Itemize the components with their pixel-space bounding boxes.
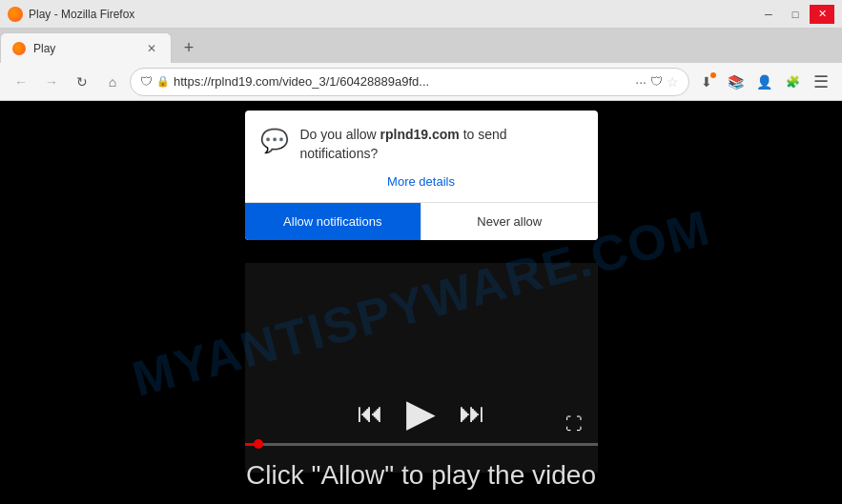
allow-notifications-button[interactable]: Allow notifications [245,203,421,240]
minimize-button[interactable]: ─ [756,5,781,24]
fullscreen-button[interactable]: ⛶ [565,414,583,434]
notification-question-text: Do you allow rplnd19.com to send notific… [300,126,583,163]
notification-bell-icon: 💬 [260,128,289,154]
notification-popup: 💬 Do you allow rplnd19.com to send notif… [245,111,598,240]
tab-close-button[interactable]: ✕ [144,41,159,56]
title-bar-controls: ─ □ ✕ [756,5,834,24]
page-content: MYANTISPYWARE.COM 💬 Do you allow rplnd19… [0,101,842,504]
url-text: https://rplnd19.com/video_3/1/60428889a9… [174,74,631,89]
video-player: ⏮ ▶ ⏭ ⛶ [245,263,598,473]
never-allow-button[interactable]: Never allow [421,203,598,240]
back-button[interactable]: ← [8,69,34,95]
title-bar: Play - Mozilla Firefox ─ □ ✕ [0,0,842,29]
new-tab-button[interactable]: + [175,34,202,61]
menu-button[interactable]: ☰ [808,69,834,95]
tab-favicon [12,42,26,55]
prev-button[interactable]: ⏮ [357,397,383,429]
reload-button[interactable]: ↻ [69,69,95,95]
title-bar-left: Play - Mozilla Firefox [8,7,134,22]
sync-button[interactable]: 👤 [750,69,777,95]
bookmark-star-icon[interactable]: ☆ [667,74,679,90]
more-details-link[interactable]: More details [245,172,598,202]
next-button[interactable]: ⏭ [459,397,485,429]
popup-header: 💬 Do you allow rplnd19.com to send notif… [245,111,598,172]
instruction-text: Click "Allow" to play the video [0,460,842,491]
more-info-button[interactable]: ··· [635,74,647,90]
library-button[interactable]: 📚 [722,69,749,95]
play-button[interactable]: ▶ [406,391,436,434]
extensions-button[interactable]: 🧩 [779,69,806,95]
close-button[interactable]: ✕ [810,5,834,24]
forward-button[interactable]: → [38,69,65,95]
navigation-bar: ← → ↻ ⌂ 🛡 🔒 https://rplnd19.com/video_3/… [0,63,842,101]
progress-track [245,443,598,446]
lock-icon: 🔒 [156,75,170,88]
nav-right-buttons: ⬇ 📚 👤 🧩 ☰ [693,69,834,95]
security-shield-icon: 🛡 [140,74,153,89]
progress-thumb [254,439,263,449]
tab-label: Play [33,42,136,55]
tab-bar: Play ✕ + [0,29,842,63]
firefox-icon [8,7,23,22]
tracking-shield-icon: 🛡 [650,74,663,89]
video-controls: ⏮ ▶ ⏭ [245,391,598,434]
window-title: Play - Mozilla Firefox [29,8,134,21]
address-bar[interactable]: 🛡 🔒 https://rplnd19.com/video_3/1/604288… [130,68,689,96]
downloads-button[interactable]: ⬇ [693,69,720,95]
notification-actions: Allow notifications Never allow [245,202,598,240]
home-button[interactable]: ⌂ [99,69,126,95]
maximize-button[interactable]: □ [783,5,808,24]
active-tab[interactable]: Play ✕ [0,32,172,63]
progress-bar[interactable] [245,434,598,454]
